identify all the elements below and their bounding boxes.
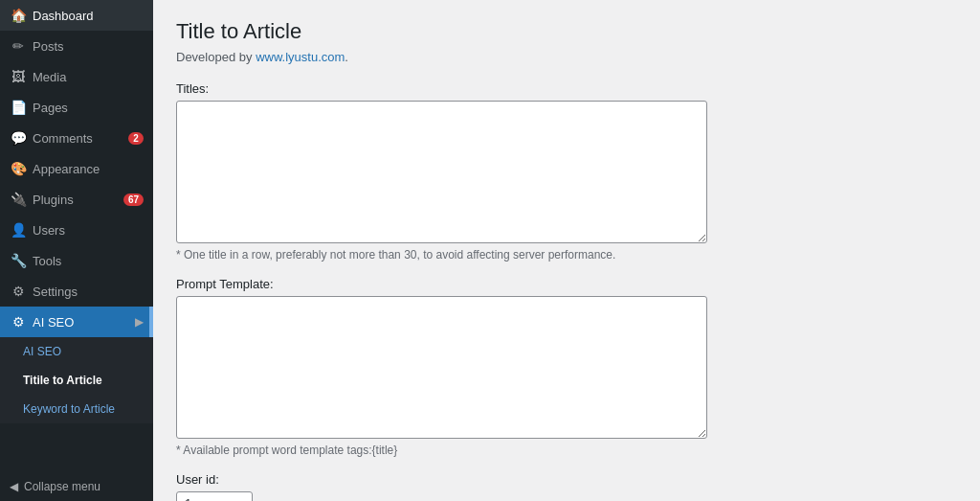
dashboard-icon: 🏠: [10, 8, 27, 23]
sidebar-item-plugins[interactable]: 🔌 Plugins 67: [0, 184, 153, 215]
aiseo-submenu: AI SEO Titile to Article Keyword to Arti…: [0, 337, 153, 423]
developed-by-suffix: .: [345, 50, 348, 64]
submenu-label: AI SEO: [23, 345, 144, 358]
appearance-icon: 🎨: [10, 161, 27, 176]
page-title: Title to Article: [176, 19, 957, 44]
posts-icon: ✏: [10, 38, 27, 54]
comments-icon: 💬: [10, 130, 27, 146]
sidebar-item-label: Users: [33, 223, 144, 238]
collapse-icon: ◀: [10, 480, 18, 493]
titles-textarea[interactable]: [176, 101, 707, 243]
developed-by-link[interactable]: www.lyustu.com: [256, 50, 345, 64]
userid-field-block: User id: * Who will publish. Specify a u…: [176, 472, 957, 501]
collapse-menu-button[interactable]: ◀ Collapse menu: [0, 472, 153, 501]
sidebar-item-label: Comments: [33, 131, 122, 146]
sidebar-item-label: Pages: [33, 101, 144, 115]
sidebar-item-label: Dashboard: [33, 9, 144, 23]
titles-field-block: Titles: * One title in a row, preferably…: [176, 81, 957, 262]
main-content: Title to Article Developed by www.lyustu…: [153, 0, 980, 501]
sidebar-item-users[interactable]: 👤 Users: [0, 215, 153, 245]
submenu-label: Titile to Article: [23, 374, 144, 387]
sidebar-item-label: AI SEO: [33, 315, 129, 330]
sidebar-item-comments[interactable]: 💬 Comments 2: [0, 123, 153, 153]
submenu-label: Keyword to Article: [23, 402, 144, 416]
tools-icon: 🔧: [10, 253, 27, 268]
sidebar-item-label: Plugins: [33, 193, 118, 207]
titles-label: Titles:: [176, 81, 957, 96]
submenu-item-keyword-to-article[interactable]: Keyword to Article: [0, 395, 153, 423]
sidebar-item-label: Tools: [33, 254, 144, 268]
users-icon: 👤: [10, 222, 27, 238]
submenu-item-aiseo[interactable]: AI SEO: [0, 337, 153, 366]
sidebar-item-label: Media: [33, 70, 144, 84]
prompt-label: Prompt Template:: [176, 277, 957, 291]
prompt-textarea[interactable]: [176, 296, 707, 439]
userid-label: User id:: [176, 472, 957, 487]
media-icon: 🖼: [10, 69, 27, 84]
pages-icon: 📄: [10, 100, 27, 115]
sidebar-item-tools[interactable]: 🔧 Tools: [0, 245, 153, 276]
developed-by: Developed by www.lyustu.com.: [176, 50, 957, 64]
sidebar-item-dashboard[interactable]: 🏠 Dashboard: [0, 0, 153, 31]
sidebar-item-settings[interactable]: ⚙ Settings: [0, 276, 153, 307]
collapse-label: Collapse menu: [24, 480, 100, 493]
sidebar: 🏠 Dashboard ✏ Posts 🖼 Media 📄 Pages 💬 Co…: [0, 0, 153, 501]
chevron-right-icon: ▶: [135, 315, 144, 329]
plugins-icon: 🔌: [10, 192, 27, 207]
aiseo-icon: ⚙: [10, 314, 27, 330]
developed-by-prefix: Developed by: [176, 50, 256, 64]
prompt-field-block: Prompt Template: * Available prompt word…: [176, 277, 957, 457]
sidebar-item-label: Settings: [33, 285, 144, 299]
titles-hint: * One title in a row, preferably not mor…: [176, 248, 957, 262]
sidebar-item-aiseo[interactable]: ⚙ AI SEO ▶: [0, 307, 153, 337]
sidebar-item-label: Posts: [33, 39, 144, 54]
sidebar-item-posts[interactable]: ✏ Posts: [0, 31, 153, 61]
userid-input[interactable]: [176, 491, 253, 501]
prompt-hint: * Available prompt word template tags:{t…: [176, 444, 957, 457]
submenu-item-title-to-article[interactable]: Titile to Article: [0, 366, 153, 395]
sidebar-item-appearance[interactable]: 🎨 Appearance: [0, 153, 153, 184]
sidebar-item-pages[interactable]: 📄 Pages: [0, 92, 153, 123]
comments-badge: 2: [128, 132, 144, 145]
sidebar-item-label: Appearance: [33, 162, 144, 176]
sidebar-item-media[interactable]: 🖼 Media: [0, 61, 153, 92]
plugins-badge: 67: [123, 194, 144, 206]
settings-icon: ⚙: [10, 284, 27, 299]
